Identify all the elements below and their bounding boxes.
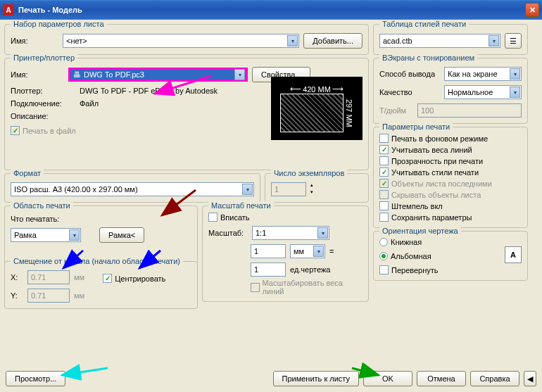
paper-preview: ⟵420 MM⟶ 297 MM [271,77,363,140]
quality-select[interactable]: Нормальное▾ [444,85,522,99]
center-checkbox: Центрировать [115,274,165,283]
scale-lineweights-checkbox: Масштабировать веса линий [263,279,363,296]
cancel-button[interactable]: Отмена [417,371,466,386]
shaded-viewport-group: ВЭкраны с тонированием Способ выводаКак … [373,58,528,124]
paper-group: Формат ISO расш. A3 (420.00 x 297.00 мм)… [4,173,260,203]
checkbox-icon [251,283,260,292]
chevron-down-icon: ▾ [317,227,328,239]
checkbox-icon[interactable]: ✓ [103,274,112,283]
app-icon: A [3,4,14,15]
plotter-label: Плоттер: [11,87,75,95]
copies-group: Число экземпляров ▴▾ [265,173,369,203]
paper-size-select[interactable]: ISO расш. A3 (420.00 x 297.00 мм)▾ [11,182,254,196]
chevron-down-icon: ▾ [287,35,298,46]
titlebar: A Печать - Модель ✕ [0,0,542,20]
scale-unit1-input[interactable] [251,244,286,258]
print-options-group: Параметры печати Печать в фоновом режиме… [373,127,528,228]
what-to-plot-select[interactable]: Рамка▾ [11,228,81,242]
group-title: Принтер/плоттер [11,53,77,62]
name-label: Имя: [11,37,58,45]
plot-scale-group: Масштаб печати Вписать Масштаб: 1:1▾ мм▾… [202,206,369,302]
scale-select[interactable]: 1:1▾ [252,226,329,240]
style-table-group: Таблица стилей печати acad.ctb▾ ☰ [373,24,528,55]
scale-unit-select[interactable]: мм▾ [290,244,325,258]
page-setup-group: Набор параметров листа Имя: <нет>▾ Добав… [4,24,369,55]
chevron-down-icon: ▾ [242,184,253,195]
chevron-down-icon: ▾ [510,68,520,80]
group-title: Набор параметров листа [11,20,107,28]
shade-mode-select[interactable]: Как на экране▾ [444,67,522,81]
spinner-up-icon[interactable]: ▴ [310,182,313,189]
chevron-down-icon: ▾ [234,69,245,80]
what-to-plot-label: Что печатать: [11,215,59,223]
help-button[interactable]: Справка [470,371,519,386]
plotter-value: DWG To PDF - PDF ePlot - by Autodesk [80,87,218,95]
x-offset-input [27,270,70,284]
scale-label: Масштаб: [208,229,248,237]
expand-button[interactable]: ◀ [524,371,536,386]
printer-group: Принтер/плоттер Имя: 🖶DWG To PDF.pc3▾ Св… [4,58,369,170]
chevron-down-icon: ▾ [489,35,499,46]
close-button[interactable]: ✕ [525,3,539,17]
style-edit-button[interactable]: ☰ [505,33,522,49]
printer-name-label: Имя: [11,70,64,79]
spinner-down-icon[interactable]: ▾ [310,189,313,196]
printer-name-select[interactable]: 🖶DWG To PDF.pc3▾ [68,68,248,82]
chevron-down-icon: ▾ [510,87,520,98]
checkbox-icon: ✓ [11,126,20,135]
description-label: Описание: [11,112,75,120]
drawing-units-label: ед.чертежа [290,265,330,274]
printer-icon: 🖶 [73,70,81,79]
y-label: Y: [11,291,23,300]
ok-button[interactable]: OK [363,371,412,386]
y-offset-input [27,289,70,303]
offset-group: Смещение от начала (начало области печат… [4,261,198,309]
chevron-down-icon: ▾ [313,246,324,257]
copies-input [271,182,306,196]
radio-icon[interactable] [379,238,388,246]
connection-value: Файл [80,99,99,108]
print-to-file-checkbox: Печать в файл [23,127,76,135]
scale-unit2-input[interactable] [251,263,286,277]
fit-to-paper-checkbox: Вписать [220,213,250,222]
style-table-select[interactable]: acad.ctb▾ [379,34,500,48]
orientation-group: Ориентация чертежа Книжная Альбомная A П… [373,231,528,281]
orientation-icon: A [505,246,522,263]
chevron-down-icon: ▾ [69,229,80,241]
add-button[interactable]: Добавить... [303,33,363,49]
radio-icon[interactable] [379,252,388,260]
dpi-input [417,103,522,118]
checkbox-icon[interactable] [208,213,218,222]
window-title: Печать - Модель [18,6,82,14]
apply-to-layout-button[interactable]: Применить к листу [273,371,360,386]
x-label: X: [11,273,23,282]
page-setup-name-select[interactable]: <нет>▾ [63,34,299,48]
connection-label: Подключение: [11,99,75,108]
preview-button[interactable]: Просмотр... [6,371,65,386]
window-button[interactable]: Рамка< [99,227,144,243]
